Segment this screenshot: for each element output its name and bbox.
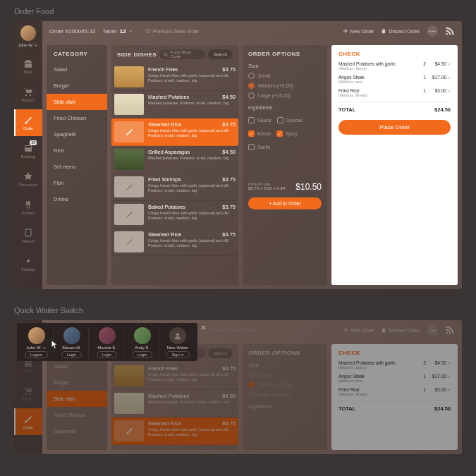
discard-order-button[interactable]: Discard Order: [381, 28, 420, 34]
category-item[interactable]: Spaghetti: [47, 126, 107, 142]
check-line: Mashed Potatoes with garlic(Medium, Spic…: [338, 61, 451, 71]
avatar[interactable]: [63, 327, 80, 344]
dish-name: Mashed Potatoes: [148, 94, 189, 100]
category-item[interactable]: Drinks: [47, 191, 107, 207]
dish-item[interactable]: Steamed Rice$3.75Crispy french fries wit…: [111, 118, 238, 146]
check-title: CHECK: [338, 350, 451, 356]
avatar[interactable]: [169, 327, 186, 344]
search-input[interactable]: Food Short Code: [159, 49, 205, 59]
close-button[interactable]: [199, 324, 207, 333]
size-option[interactable]: Large (+10.00): [248, 391, 322, 398]
waiter-action-button[interactable]: Sign In: [166, 351, 189, 358]
dish-desc: Mashed potatoes. Portions: small, medium…: [148, 101, 236, 106]
dish-thumb: [114, 231, 144, 252]
rss-icon[interactable]: [445, 26, 455, 36]
dish-item[interactable]: French Fries$3.75Crispy french fries wit…: [111, 362, 238, 390]
search-button: Search: [208, 348, 233, 358]
dish-thumb: [114, 176, 144, 197]
place-order-button[interactable]: Place Order: [338, 120, 451, 135]
rail-item-shop[interactable]: Shop: [14, 53, 42, 80]
more-button[interactable]: [427, 324, 438, 336]
rail-item-report[interactable]: Report: [14, 222, 42, 249]
rail-item-order[interactable]: Order: [14, 109, 42, 136]
rail-item-kitchen[interactable]: Kitchen: [14, 194, 42, 221]
dish-price: $3.75: [222, 66, 236, 73]
category-item[interactable]: Side dish: [47, 391, 107, 407]
section-title-quick-switch: Quick Waiter Switch: [0, 299, 476, 320]
rail-item-settings[interactable]: Settings: [14, 250, 42, 277]
dish-item[interactable]: Baked Potatoes$3.75Crispy french fries w…: [111, 201, 238, 228]
rail-badge: 29: [30, 140, 37, 145]
prev-order-button[interactable]: Previous Table Order: [145, 28, 200, 34]
size-option[interactable]: Small: [248, 73, 322, 79]
category-item[interactable]: Burger: [47, 78, 107, 94]
size-label: Size: [248, 362, 322, 368]
sidebar-rail: John W. ShopProductOrder29BookingPromoti…: [14, 21, 42, 289]
dish-thumb: [114, 420, 144, 441]
avatar[interactable]: [134, 327, 151, 344]
avatar[interactable]: [28, 327, 45, 344]
table-selector[interactable]: Table: 12: [102, 28, 132, 35]
rail-item-product[interactable]: Product: [14, 380, 42, 407]
rail-label: Shop: [24, 70, 33, 74]
rail-item-booking[interactable]: 29Booking: [14, 138, 42, 164]
new-order-button[interactable]: New Order: [343, 28, 374, 34]
category-item[interactable]: Fish: [47, 175, 107, 191]
dish-desc: Crispy french fries with garlic (optiona…: [148, 427, 236, 437]
dish-item[interactable]: French Fries$3.75Crispy french fries wit…: [111, 63, 238, 91]
rail-label: Settings: [21, 267, 35, 271]
category-item[interactable]: Salad: [47, 61, 107, 78]
user-name-dropdown[interactable]: John W.: [18, 43, 39, 47]
dish-name: Steamed Rice: [148, 121, 181, 128]
avatar[interactable]: [99, 327, 116, 344]
rail-item-order[interactable]: Order: [14, 408, 42, 435]
category-item[interactable]: Fried Chicken: [47, 407, 107, 423]
rail-item-promotions[interactable]: Promotions: [14, 166, 42, 193]
size-label: Size: [248, 63, 322, 69]
rail-item-product[interactable]: Product: [14, 81, 42, 108]
ingredient-option[interactable]: Sauce: [248, 117, 271, 123]
avatar[interactable]: [20, 25, 36, 41]
svg-point-8: [164, 52, 167, 55]
add-to-order-button[interactable]: + Add to Order: [248, 197, 322, 209]
ingredient-option[interactable]: Special: [277, 117, 303, 123]
waiter-action-button[interactable]: Login: [132, 351, 152, 358]
dish-item[interactable]: Steamed Rice$3.75Crispy french fries wit…: [111, 228, 238, 256]
waiter-action-button[interactable]: Login: [61, 351, 82, 358]
rss-icon[interactable]: [445, 325, 455, 335]
ingredient-option[interactable]: Garlic: [248, 144, 270, 150]
rail-label: Order: [23, 126, 33, 130]
radio-icon: [248, 92, 255, 99]
checkbox-icon: ✓: [248, 130, 255, 137]
dish-thumb: [114, 149, 144, 170]
waiter-action-button[interactable]: Logout: [25, 351, 48, 358]
size-option[interactable]: Medium (+5.00): [248, 382, 322, 388]
ingredient-option[interactable]: ✓Bread: [248, 130, 271, 137]
category-item[interactable]: Fried Chicken: [47, 110, 107, 126]
product-icon: [23, 386, 33, 396]
dish-item[interactable]: Steamed Rice$3.75Crispy french fries wit…: [111, 417, 238, 445]
rail-label: Product: [22, 397, 35, 401]
category-item[interactable]: Rice: [47, 142, 107, 159]
size-option[interactable]: Small: [248, 372, 322, 378]
kitchen-icon: [23, 200, 33, 209]
size-option[interactable]: Medium (+5.00): [248, 83, 322, 89]
search-button[interactable]: Search: [208, 49, 233, 59]
ingredient-option[interactable]: ✓Spicy: [276, 130, 298, 137]
category-item[interactable]: Burger: [47, 374, 107, 391]
category-item[interactable]: Set menu: [47, 159, 107, 175]
discard-order-button[interactable]: Discard Order: [381, 327, 420, 333]
more-button[interactable]: [427, 25, 438, 37]
ellipsis-icon: [429, 329, 436, 331]
size-option[interactable]: Large (+10.00): [248, 92, 322, 99]
dish-item[interactable]: Mashed Potatoes$4.50Mashed potatoes. Por…: [111, 91, 238, 118]
waiter-action-button[interactable]: Login: [97, 351, 117, 358]
dish-item[interactable]: Mashed Potatoes$4.50Mashed potatoes. Por…: [111, 390, 238, 417]
dish-item[interactable]: Fried Shrimps$3.75Crispy french fries wi…: [111, 173, 238, 201]
category-item[interactable]: Spaghetti: [47, 423, 107, 439]
new-order-button[interactable]: New Order: [343, 327, 374, 333]
options-title: ORDER OPTIONS: [248, 350, 322, 356]
dishes-panel: SIDE DISHES Food Short Code Search Frenc…: [111, 45, 238, 285]
dish-item[interactable]: Grilled Asparagus$4.50Mashed potatoes. P…: [111, 146, 238, 173]
category-item[interactable]: Side dish: [47, 94, 107, 110]
